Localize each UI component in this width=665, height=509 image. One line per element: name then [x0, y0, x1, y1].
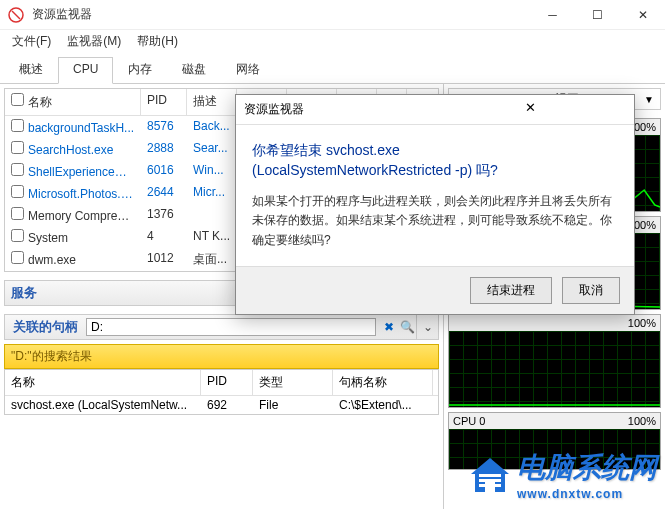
cpu0-label: CPU 0	[453, 415, 485, 427]
row-checkbox[interactable]	[11, 141, 24, 154]
tab-network[interactable]: 网络	[221, 56, 275, 83]
svg-rect-3	[479, 474, 501, 477]
row-checkbox[interactable]	[11, 251, 24, 264]
menu-help[interactable]: 帮助(H)	[129, 31, 186, 52]
app-icon	[8, 7, 24, 23]
window-title: 资源监视器	[32, 6, 530, 23]
menu-file[interactable]: 文件(F)	[4, 31, 59, 52]
tab-cpu[interactable]: CPU	[58, 57, 113, 84]
minimize-button[interactable]: ─	[530, 0, 575, 30]
hcol-name[interactable]: 名称	[5, 370, 201, 395]
confirm-dialog: 资源监视器 ✕ 你希望结束 svchost.exe (LocalSystemNe…	[235, 94, 635, 315]
tab-disk[interactable]: 磁盘	[167, 56, 221, 83]
dialog-question: 你希望结束 svchost.exe (LocalSystemNetworkRes…	[252, 141, 618, 180]
hcol-type[interactable]: 类型	[253, 370, 333, 395]
col-pid[interactable]: PID	[141, 89, 187, 115]
col-desc[interactable]: 描述	[187, 89, 237, 115]
clear-search-icon[interactable]: ✖	[380, 320, 398, 334]
handle-type: File	[253, 396, 333, 414]
watermark-url: www.dnxtw.com	[517, 487, 657, 501]
handle-search-input[interactable]	[86, 318, 376, 336]
row-checkbox[interactable]	[11, 185, 24, 198]
menubar: 文件(F) 监视器(M) 帮助(H)	[0, 30, 665, 52]
row-checkbox[interactable]	[11, 229, 24, 242]
end-process-button[interactable]: 结束进程	[470, 277, 552, 304]
handle-hname: C:\$Extend\...	[333, 396, 433, 414]
svg-rect-4	[479, 479, 501, 482]
search-results-header: "D:"的搜索结果	[4, 344, 439, 369]
row-checkbox[interactable]	[11, 163, 24, 176]
watermark-text: 电脑系统网	[517, 452, 657, 483]
tab-memory[interactable]: 内存	[113, 56, 167, 83]
handles-panel: 关联的句柄 ✖ 🔍 ⌄	[4, 314, 439, 340]
cancel-button[interactable]: 取消	[562, 277, 620, 304]
handle-pid: 692	[201, 396, 253, 414]
close-button[interactable]: ✕	[620, 0, 665, 30]
chart-pct-4: 100%	[628, 415, 656, 427]
svg-line-1	[12, 11, 20, 19]
dialog-title: 资源监视器	[244, 101, 435, 118]
row-checkbox[interactable]	[11, 207, 24, 220]
view-dropdown-icon[interactable]: ▼	[644, 94, 660, 105]
maximize-button[interactable]: ☐	[575, 0, 620, 30]
handle-row[interactable]: svchost.exe (LocalSystemNetw... 692 File…	[5, 396, 438, 414]
house-icon	[469, 456, 511, 494]
menu-monitor[interactable]: 监视器(M)	[59, 31, 129, 52]
col-name[interactable]: 名称	[28, 95, 52, 109]
tab-bar: 概述 CPU 内存 磁盘 网络	[0, 52, 665, 84]
handles-label: 关联的句柄	[5, 318, 86, 336]
dialog-message: 如果某个打开的程序与此进程关联，则会关闭此程序并且将丢失所有未保存的数据。如果结…	[252, 192, 618, 250]
watermark: 电脑系统网 www.dnxtw.com	[469, 449, 657, 501]
tab-overview[interactable]: 概述	[4, 56, 58, 83]
handle-name: svchost.exe (LocalSystemNetw...	[5, 396, 201, 414]
row-checkbox[interactable]	[11, 119, 24, 132]
dialog-close-button[interactable]: ✕	[435, 100, 626, 120]
cpu-chart-3: 100%	[448, 314, 661, 408]
select-all-checkbox[interactable]	[11, 93, 24, 106]
titlebar: 资源监视器 ─ ☐ ✕	[0, 0, 665, 30]
svg-rect-5	[479, 484, 501, 487]
handles-table: 名称 PID 类型 句柄名称 svchost.exe (LocalSystemN…	[4, 369, 439, 415]
search-icon[interactable]: 🔍	[398, 320, 416, 334]
chart-pct-3: 100%	[628, 317, 656, 329]
hcol-hname[interactable]: 句柄名称	[333, 370, 433, 395]
chevron-down-icon[interactable]: ⌄	[416, 315, 438, 339]
hcol-pid[interactable]: PID	[201, 370, 253, 395]
